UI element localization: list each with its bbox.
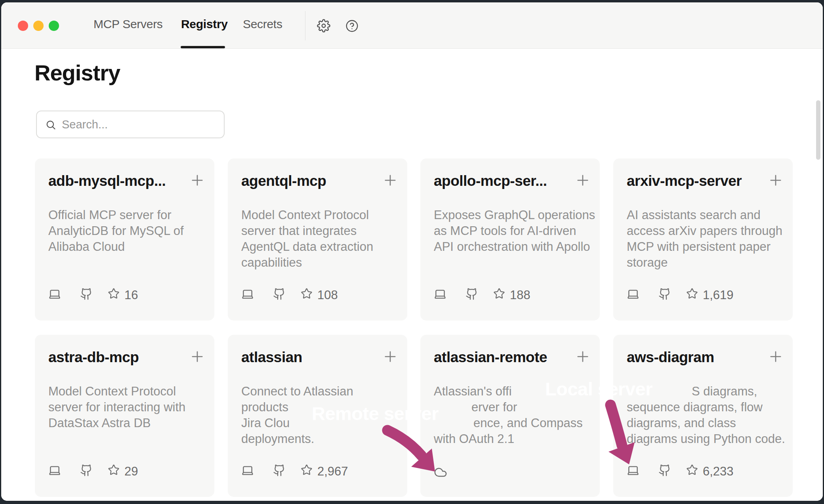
- description-line: Atlassian's offi: [434, 384, 592, 400]
- settings-gear-icon[interactable]: [317, 19, 330, 32]
- laptop-icon: [627, 464, 639, 477]
- server-card: apollo-mcp-ser...Exposes GraphQL operati…: [420, 158, 600, 321]
- star-icon: [108, 464, 120, 477]
- page-title: Registry: [34, 60, 120, 86]
- add-server-button[interactable]: [574, 348, 591, 365]
- active-tab-indicator: [181, 46, 225, 48]
- server-description: AI assistants search andaccess arXiv pap…: [627, 208, 785, 271]
- description-line: deployments.: [241, 432, 399, 448]
- laptop-icon: [434, 288, 446, 300]
- github-icon: [465, 288, 478, 300]
- github-icon: [658, 288, 671, 300]
- tab-secrets[interactable]: Secrets: [243, 17, 282, 31]
- star-count: 108: [317, 288, 338, 302]
- toolbar: MCP Servers Registry Secrets: [1, 2, 823, 49]
- laptop-icon: [241, 464, 254, 477]
- star-count: 29: [124, 464, 138, 479]
- star-icon: [686, 288, 699, 300]
- description-line: AnalyticDB for MySQL of: [48, 224, 206, 240]
- server-card-footer: 1,619: [627, 286, 785, 304]
- server-card-footer: 2,967: [241, 462, 399, 480]
- server-card: aws-diagramS diagrams,sequence diagrams,…: [613, 335, 793, 497]
- star-icon: [301, 288, 313, 300]
- add-server-button[interactable]: [382, 172, 399, 189]
- search-icon: [45, 119, 56, 130]
- add-server-button[interactable]: [189, 172, 206, 189]
- add-server-button[interactable]: [767, 172, 784, 189]
- server-name: adb-mysql-mcp...: [48, 173, 183, 189]
- scrollbar-thumb[interactable]: [816, 100, 820, 160]
- description-line: as MCP tools for AI-driven: [434, 224, 592, 240]
- github-icon: [273, 288, 286, 300]
- description-line: AgentQL data extraction: [241, 240, 399, 256]
- description-line: DataStax Astra DB: [48, 416, 206, 432]
- star-icon: [493, 288, 506, 300]
- star-icon: [301, 464, 313, 477]
- description-line: Official MCP server for: [48, 208, 206, 224]
- star-count: 2,967: [317, 464, 348, 479]
- description-line: access arXiv papers through: [627, 224, 785, 240]
- description-line: S diagrams,: [627, 384, 785, 400]
- add-server-button[interactable]: [382, 348, 399, 365]
- server-name: atlassian: [241, 349, 376, 366]
- github-icon: [658, 464, 671, 477]
- server-card: arxiv-mcp-serverAI assistants search and…: [613, 158, 793, 321]
- server-description: Atlassian's offierver forence, and Compa…: [434, 384, 592, 448]
- server-card: adb-mysql-mcp...Official MCP server forA…: [35, 158, 214, 321]
- server-card-footer: 6,233: [627, 462, 785, 480]
- description-line: products: [241, 400, 399, 416]
- toolbar-divider: [305, 11, 305, 40]
- github-icon: [80, 464, 93, 477]
- star-icon: [108, 288, 120, 300]
- server-description: Exposes GraphQL operationsas MCP tools f…: [434, 208, 592, 256]
- cloud-icon: [434, 466, 446, 478]
- server-card-footer: 29: [48, 462, 206, 480]
- description-line: server that integrates: [241, 224, 399, 240]
- server-name: apollo-mcp-ser...: [434, 173, 568, 189]
- minimize-window-button[interactable]: [33, 21, 44, 31]
- description-line: API orchestration with Apollo: [434, 240, 592, 256]
- description-line: capabilities: [241, 256, 399, 271]
- close-window-button[interactable]: [18, 21, 28, 31]
- add-server-button[interactable]: [767, 348, 784, 365]
- add-server-button[interactable]: [189, 348, 206, 365]
- description-line: MCP with persistent paper: [627, 240, 785, 256]
- add-server-button[interactable]: [574, 172, 591, 189]
- star-icon: [686, 464, 699, 477]
- star-count: 16: [124, 288, 138, 302]
- description-line: Model Context Protocol: [241, 208, 399, 224]
- server-description: S diagrams,sequence diagrams, flowdiagra…: [627, 384, 785, 448]
- server-description: Official MCP server forAnalyticDB for My…: [48, 208, 206, 256]
- laptop-icon: [48, 464, 61, 477]
- tab-mcp-servers[interactable]: MCP Servers: [93, 17, 163, 31]
- server-card: atlassianConnect to AtlassianproductsJir…: [228, 335, 407, 497]
- description-line: Alibaba Cloud: [48, 240, 206, 256]
- server-card: astra-db-mcpModel Context Protocolserver…: [35, 335, 214, 497]
- description-line: AI assistants search and: [627, 208, 785, 224]
- server-name: astra-db-mcp: [48, 349, 183, 366]
- server-description: Connect to AtlassianproductsJira Cloudep…: [241, 384, 399, 448]
- star-count: 6,233: [703, 464, 734, 479]
- server-card: agentql-mcpModel Context Protocolserver …: [228, 158, 407, 321]
- description-line: diagrams, and class: [627, 416, 785, 432]
- server-name: aws-diagram: [627, 349, 761, 366]
- server-card: atlassian-remoteAtlassian's offierver fo…: [420, 335, 600, 497]
- help-icon[interactable]: [345, 19, 359, 33]
- tab-registry[interactable]: Registry: [181, 17, 228, 31]
- star-count: 1,619: [703, 288, 734, 302]
- server-card-footer: 188: [434, 286, 592, 304]
- description-line: ence, and Compass: [434, 416, 592, 432]
- zoom-window-button[interactable]: [49, 21, 59, 31]
- search-input[interactable]: Search...: [36, 111, 225, 138]
- laptop-icon: [241, 288, 254, 300]
- description-line: with OAuth 2.1: [434, 432, 592, 448]
- server-card-footer: [434, 462, 592, 480]
- description-line: server for interacting with: [48, 400, 206, 416]
- github-icon: [273, 464, 286, 477]
- registry-page: Registry Search... adb-mysql-mcp...Offic…: [1, 49, 823, 501]
- description-line: Connect to Atlassian: [241, 384, 399, 400]
- server-name: atlassian-remote: [434, 349, 568, 366]
- server-description: Model Context Protocolserver for interac…: [48, 384, 206, 432]
- description-line: Model Context Protocol: [48, 384, 206, 400]
- app-window: MCP Servers Registry Secrets Registry: [1, 2, 823, 501]
